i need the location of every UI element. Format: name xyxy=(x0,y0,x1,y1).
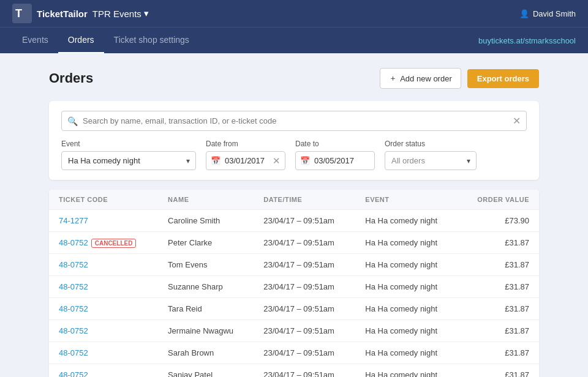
svg-text:T: T xyxy=(15,7,22,20)
table-row: 48-0752Sanjay Patel23/04/17 – 09:51amHa … xyxy=(49,364,539,378)
table-row: 48-0752Jermaine Nwagwu23/04/17 – 09:51am… xyxy=(49,320,539,342)
order-event: Ha Ha comedy night xyxy=(355,254,458,276)
search-icon: 🔍 xyxy=(67,116,78,126)
order-event: Ha Ha comedy night xyxy=(355,298,458,320)
order-event: Ha Ha comedy night xyxy=(355,320,458,342)
ticket-code-link[interactable]: 74-1277 xyxy=(59,216,88,225)
order-value: £73.90 xyxy=(459,210,539,232)
ticket-code-link[interactable]: 48-0752 xyxy=(59,326,88,335)
event-select-wrap: Ha Ha comedy night ▾ xyxy=(61,151,196,170)
table-row: 48-0752CANCELLEDPeter Clarke23/04/17 – 0… xyxy=(49,232,539,254)
date-from-group: Date from 📅 ✕ xyxy=(206,140,285,170)
nav-left: Events Orders Ticket shop settings xyxy=(12,28,199,53)
order-datetime: 23/04/17 – 09:51am xyxy=(254,254,355,276)
date-from-wrap: 📅 ✕ xyxy=(206,151,285,170)
main-content: Orders ＋ Add new order Export orders 🔍 ✕… xyxy=(0,53,588,377)
filter-row: Event Ha Ha comedy night ▾ Date from 📅 ✕… xyxy=(61,140,527,170)
table-row: 48-0752Sarah Brown23/04/17 – 09:51amHa H… xyxy=(49,342,539,364)
order-name: Tara Reid xyxy=(158,298,254,320)
ticket-code-link[interactable]: 48-0752 xyxy=(59,304,88,313)
order-event: Ha Ha comedy night xyxy=(355,364,458,378)
order-name: Sarah Brown xyxy=(158,342,254,364)
order-value: £31.87 xyxy=(459,298,539,320)
date-from-label: Date from xyxy=(206,140,285,148)
order-event: Ha Ha comedy night xyxy=(355,342,458,364)
export-orders-button[interactable]: Export orders xyxy=(467,69,539,88)
ticket-code-link[interactable]: 48-0752 xyxy=(59,282,88,291)
order-value: £31.87 xyxy=(459,364,539,378)
ticket-code-link[interactable]: 48-0752 xyxy=(59,370,88,377)
orders-table: Ticket code Name Date/Time Event Order v… xyxy=(49,190,539,377)
date-to-group: Date to 📅 xyxy=(295,140,375,170)
order-name: Suzanne Sharp xyxy=(158,276,254,298)
page-title: Orders xyxy=(49,70,93,86)
org-name[interactable]: TPR Events ▾ xyxy=(92,8,149,19)
event-label: Event xyxy=(61,140,196,148)
table-row: 74-1277Caroline Smith23/04/17 – 09:51amH… xyxy=(49,210,539,232)
ticket-code-link[interactable]: 48-0752 xyxy=(59,348,88,357)
order-name: Tom Evens xyxy=(158,254,254,276)
col-event: Event xyxy=(355,190,458,210)
order-status-group: Order status All orders ▾ xyxy=(385,140,477,170)
order-event: Ha Ha comedy night xyxy=(355,210,458,232)
header-actions: ＋ Add new order Export orders xyxy=(380,68,539,89)
order-datetime: 23/04/17 – 09:51am xyxy=(254,364,355,378)
nav-item-orders[interactable]: Orders xyxy=(58,28,104,53)
order-name: Jermaine Nwagwu xyxy=(158,320,254,342)
orders-table-card: Ticket code Name Date/Time Event Order v… xyxy=(49,190,539,377)
event-filter-group: Event Ha Ha comedy night ▾ xyxy=(61,140,196,170)
col-order-value: Order value xyxy=(459,190,539,210)
order-value: £31.87 xyxy=(459,232,539,254)
order-value: £31.87 xyxy=(459,254,539,276)
order-event: Ha Ha comedy night xyxy=(355,276,458,298)
user-icon: 👤 xyxy=(519,9,529,18)
app-header: T TicketTailor TPR Events ▾ 👤 David Smit… xyxy=(0,0,588,27)
col-ticket-code: Ticket code xyxy=(49,190,158,210)
order-datetime: 23/04/17 – 09:51am xyxy=(254,298,355,320)
search-wrap: 🔍 ✕ xyxy=(61,111,527,131)
search-row: 🔍 ✕ xyxy=(61,111,527,131)
brand-name: TicketTailor xyxy=(37,9,88,19)
cancelled-badge: CANCELLED xyxy=(91,239,137,248)
order-value: £31.87 xyxy=(459,342,539,364)
logo-icon: T xyxy=(12,4,32,23)
order-event: Ha Ha comedy night xyxy=(355,232,458,254)
search-input[interactable] xyxy=(61,111,527,131)
col-datetime: Date/Time xyxy=(254,190,355,210)
user-menu[interactable]: 👤 David Smith xyxy=(519,9,576,18)
table-header-row: Ticket code Name Date/Time Event Order v… xyxy=(49,190,539,210)
header-left: T TicketTailor TPR Events ▾ xyxy=(12,4,149,23)
nav-item-events[interactable]: Events xyxy=(12,28,58,53)
order-name: Sanjay Patel xyxy=(158,364,254,378)
order-datetime: 23/04/17 – 09:51am xyxy=(254,210,355,232)
order-status-label: Order status xyxy=(385,140,477,148)
page-header: Orders ＋ Add new order Export orders xyxy=(49,68,539,89)
table-row: 48-0752Tom Evens23/04/17 – 09:51amHa Ha … xyxy=(49,254,539,276)
order-name: Caroline Smith xyxy=(158,210,254,232)
chevron-down-icon: ▾ xyxy=(144,8,149,19)
user-name: David Smith xyxy=(533,9,576,18)
clear-search-button[interactable]: ✕ xyxy=(513,115,521,127)
order-status-select[interactable]: All orders xyxy=(385,151,477,170)
add-new-order-button[interactable]: ＋ Add new order xyxy=(380,68,461,89)
event-select[interactable]: Ha Ha comedy night xyxy=(61,151,196,170)
date-to-label: Date to xyxy=(295,140,375,148)
order-name: Peter Clarke xyxy=(158,232,254,254)
main-nav: Events Orders Ticket shop settings buyti… xyxy=(0,27,588,53)
order-status-wrap: All orders ▾ xyxy=(385,151,477,170)
store-url-link[interactable]: buytickets.at/stmarksschool xyxy=(478,36,576,45)
col-name: Name xyxy=(158,190,254,210)
order-value: £31.87 xyxy=(459,320,539,342)
nav-item-ticket-shop[interactable]: Ticket shop settings xyxy=(104,28,199,53)
order-datetime: 23/04/17 – 09:51am xyxy=(254,276,355,298)
order-datetime: 23/04/17 – 09:51am xyxy=(254,320,355,342)
table-row: 48-0752Tara Reid23/04/17 – 09:51amHa Ha … xyxy=(49,298,539,320)
ticket-code-link[interactable]: 48-0752 xyxy=(59,260,88,269)
filters-card: 🔍 ✕ Event Ha Ha comedy night ▾ Date from… xyxy=(49,101,539,180)
table-row: 48-0752Suzanne Sharp23/04/17 – 09:51amHa… xyxy=(49,276,539,298)
clear-date-from-button[interactable]: ✕ xyxy=(273,155,281,166)
date-to-input[interactable] xyxy=(295,151,375,170)
order-datetime: 23/04/17 – 09:51am xyxy=(254,342,355,364)
ticket-code-link[interactable]: 48-0752 xyxy=(59,238,88,247)
order-value: £31.87 xyxy=(459,276,539,298)
